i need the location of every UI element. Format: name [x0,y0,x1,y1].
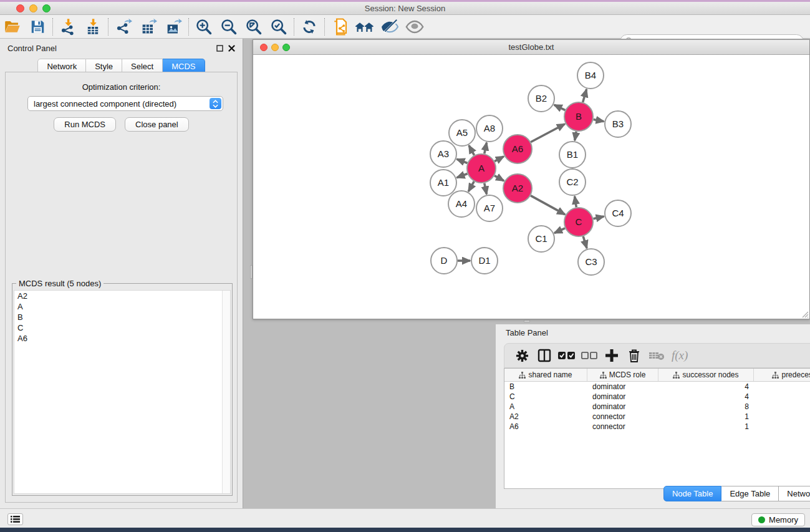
delete-table-button[interactable] [645,346,668,365]
edge-B-B1[interactable] [575,132,576,141]
node-B4[interactable]: B4 [577,62,604,89]
edge-C-C4[interactable] [593,216,604,219]
zoom-selected-button[interactable] [266,16,291,37]
node-A7[interactable]: A7 [476,195,503,221]
new-network-from-selection-button[interactable] [327,16,352,37]
close-panel-button[interactable]: Close panel [125,117,189,132]
zoom-in-button[interactable] [191,16,216,37]
node-A4[interactable]: A4 [448,191,475,217]
node-C4[interactable]: C4 [605,200,631,226]
import-network-button[interactable] [55,16,80,37]
create-column-button[interactable] [600,346,623,365]
column-header-predecessor-nodes[interactable]: predecessor nodes [754,369,810,381]
control-panel: Control Panel NetworkStyleSelectMCDS Opt… [0,39,243,508]
svg-text:C3: C3 [585,256,597,267]
mcds-result-item[interactable]: B [14,312,230,322]
memory-button[interactable]: Memory [751,513,805,526]
edge-A-A4[interactable] [468,181,474,191]
zoom-out-button[interactable] [216,16,241,37]
mcds-result-item[interactable]: C [14,322,230,333]
node-C[interactable]: C [564,208,593,236]
edge-A-A2[interactable] [494,176,504,181]
table-row[interactable]: A6connector11A6 [504,422,810,432]
run-mcds-button[interactable]: Run MCDS [54,117,116,132]
node-C1[interactable]: C1 [528,226,554,252]
select-all-columns-button[interactable] [556,346,578,365]
tab-network-table[interactable]: Network Table [779,486,810,501]
node-A5[interactable]: A5 [449,120,475,146]
mcds-result-item[interactable]: A [14,301,230,312]
table-row[interactable]: Adominator80A [504,402,810,412]
edge-B-B3[interactable] [594,119,604,121]
resize-grip-icon[interactable] [800,309,809,318]
edge-A-A3[interactable] [457,159,468,163]
column-label: successor nodes [682,370,738,379]
network-canvas[interactable]: B4B2BB3A5A8A6B1A3AC2A1A2A4A7C4CC1C3DD1 [254,56,809,318]
import-table-button[interactable] [80,16,105,37]
zoom-fit-button[interactable] [241,16,266,37]
edge-B-B2[interactable] [554,105,566,110]
splitter-grip-horizontal[interactable] [524,320,530,322]
delete-column-button[interactable] [623,346,645,365]
export-image-button[interactable] [161,16,186,37]
node-A3[interactable]: A3 [430,141,456,167]
export-table-button[interactable] [136,16,161,37]
edge-C-C3[interactable] [583,236,587,248]
node-A[interactable]: A [467,154,496,183]
mcds-result-item[interactable]: A6 [14,333,230,344]
deselect-all-columns-button[interactable] [578,346,600,365]
mcds-result-item[interactable]: A2 [14,291,230,301]
node-A1[interactable]: A1 [430,170,456,196]
edge-A-A7[interactable] [485,183,487,195]
toolbar-separator [324,18,325,36]
mcds-list-scrollbar[interactable] [222,291,230,493]
network-graph[interactable]: B4B2BB3A5A8A6B1A3AC2A1A2A4A7C4CC1C3DD1 [254,56,810,319]
export-network-button[interactable] [111,16,136,37]
hide-selection-button[interactable] [377,16,402,37]
edge-A6-B[interactable] [531,124,565,142]
node-D[interactable]: D [431,248,457,274]
edge-C-C1[interactable] [554,228,565,233]
column-header-shared-name[interactable]: shared name [504,369,587,381]
show-all-button[interactable] [402,16,427,37]
node-A2[interactable]: A2 [503,174,532,203]
table-row[interactable]: Bdominator41B [504,382,810,392]
edge-A-A5[interactable] [469,145,475,155]
node-A6[interactable]: A6 [503,135,532,163]
edge-A-A6[interactable] [494,157,504,162]
node-B[interactable]: B [564,102,593,131]
open-file-button[interactable] [0,16,25,37]
save-session-button[interactable] [25,16,50,37]
close-panel-icon[interactable] [228,45,235,52]
edge-A2-C[interactable] [531,196,565,215]
node-B3[interactable]: B3 [605,111,631,137]
node-C3[interactable]: C3 [578,249,604,275]
node-A8[interactable]: A8 [476,115,503,142]
network-window-title: testGlobe.txt [253,42,809,52]
mcds-result-list[interactable]: A2ABCA6 [14,290,231,494]
column-header-mcds-role[interactable]: MCDS role [587,369,658,381]
node-C2[interactable]: C2 [559,169,586,195]
edge-A-A8[interactable] [485,143,487,154]
first-neighbors-button[interactable] [352,16,377,37]
node-B1[interactable]: B1 [559,142,586,168]
function-builder-button[interactable]: f(x) [668,346,688,365]
table-row[interactable]: Cdominator41C [504,392,810,402]
select-stepper[interactable] [210,98,221,109]
node-D1[interactable]: D1 [471,248,498,274]
column-header-successor-nodes[interactable]: successor nodes [658,369,754,381]
float-panel-icon[interactable] [216,45,223,52]
network-window-titlebar[interactable]: testGlobe.txt [253,40,809,55]
edge-B-B4[interactable] [583,89,587,102]
table-settings-button[interactable] [511,346,533,365]
edge-C-C2[interactable] [575,196,577,208]
edge-A-A1[interactable] [457,173,468,177]
node-B2[interactable]: B2 [528,85,554,112]
task-history-button[interactable] [7,513,23,525]
show-columns-button[interactable] [533,346,556,365]
refresh-button[interactable] [297,16,322,37]
tab-edge-table[interactable]: Edge Table [721,486,779,501]
tab-node-table[interactable]: Node Table [663,486,722,501]
table-row[interactable]: A2connector11A2 [504,412,810,422]
optimization-criterion-select[interactable]: largest connected component (directed) [27,96,223,111]
